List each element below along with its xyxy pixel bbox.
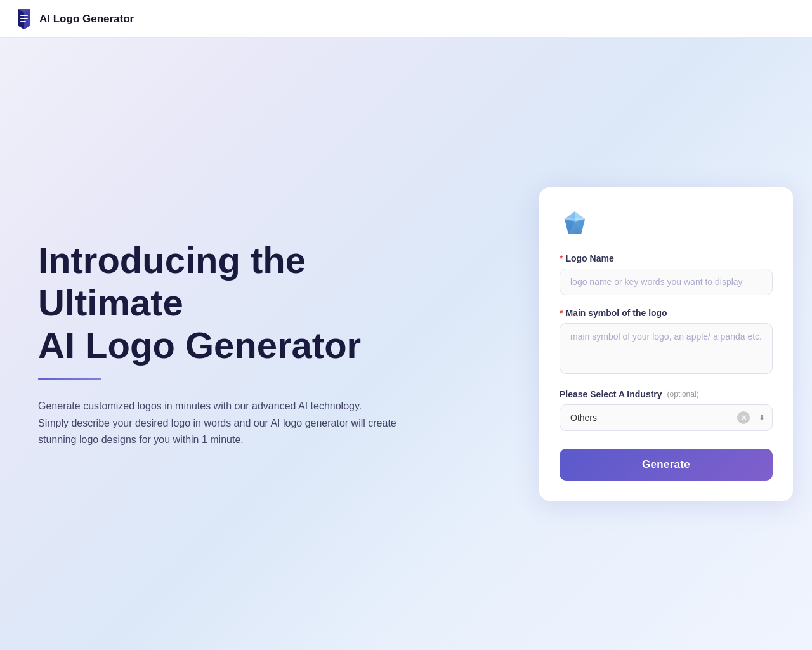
logo-name-group: * Logo Name (560, 253, 773, 295)
form-logo-icon (560, 208, 773, 253)
hero-title: Introducing the Ultimate AI Logo Generat… (38, 239, 482, 366)
main-content: Introducing the Ultimate AI Logo Generat… (0, 38, 812, 650)
logo-name-label: * Logo Name (560, 253, 773, 263)
industry-select-wrapper: OthersTechnologyFinanceHealthcareEducati… (560, 404, 773, 431)
hero-divider (38, 378, 102, 380)
symbol-input[interactable] (560, 323, 773, 374)
logo-name-input[interactable] (560, 269, 773, 295)
form-panel: * Logo Name * Main symbol of the logo Pl… (520, 38, 812, 650)
app-logo-icon (15, 8, 33, 30)
industry-group: Please Select A Industry (optional) Othe… (560, 389, 773, 431)
app-title: AI Logo Generator (39, 13, 134, 25)
generate-button[interactable]: Generate (560, 449, 773, 481)
industry-label: Please Select A Industry (optional) (560, 389, 773, 399)
form-card: * Logo Name * Main symbol of the logo Pl… (539, 187, 793, 501)
logo-container: AI Logo Generator (15, 8, 134, 30)
industry-clear-button[interactable]: ✕ (737, 411, 750, 424)
symbol-label: * Main symbol of the logo (560, 308, 773, 318)
header: AI Logo Generator (0, 0, 812, 38)
hero-description: Generate customized logos in minutes wit… (38, 398, 406, 448)
hero-section: Introducing the Ultimate AI Logo Generat… (0, 38, 520, 650)
symbol-group: * Main symbol of the logo (560, 308, 773, 376)
